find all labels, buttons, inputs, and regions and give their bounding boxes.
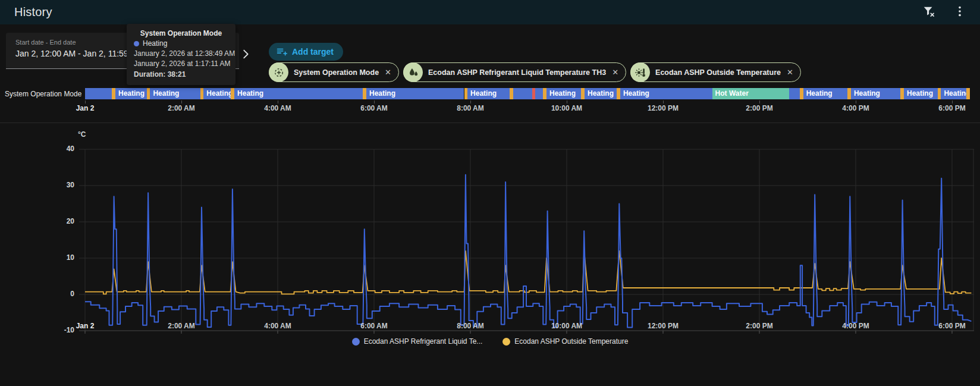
tick-label: 6:00 PM [938,104,965,112]
x-tick-label: 2:00 AM [168,322,195,330]
operation-mode-bar[interactable]: HeatingHeatingHeatingHeatingHeatingHeati… [81,88,971,99]
mode-segment[interactable] [85,88,112,99]
mode-segment[interactable]: Heating [150,88,200,99]
y-tick-label: 40 [51,145,74,153]
legend-item[interactable]: Ecodan ASHP Refrigerant Liquid Te... [352,337,483,346]
segment-label: Heating [150,88,200,99]
add-target-button[interactable]: Add target [269,43,343,61]
legend-item[interactable]: Ecodan ASHP Outside Temperature [502,337,628,346]
chart-legend: Ecodan ASHP Refrigerant Liquid Te...Ecod… [0,337,980,346]
mode-segment[interactable]: Heating [941,88,966,99]
segment-label: Heating [620,88,712,99]
chip-close-icon[interactable]: ✕ [385,68,391,76]
tick-mark [374,101,375,103]
y-tick-label: 10 [51,253,74,262]
segment-label: Heating [467,88,510,99]
mode-segment[interactable] [513,88,532,99]
tick-label: 12:00 PM [648,104,679,112]
y-tick-label: 30 [51,181,74,189]
chip-label: Ecodan ASHP Outside Temperature [655,68,781,77]
series-line-refrigerant [85,175,971,328]
segment-label: Heating [851,88,900,99]
timeline-ticks: Jan 22:00 AM4:00 AM6:00 AM8:00 AM10:00 A… [81,104,973,114]
segment-label: Heating [115,88,147,99]
x-tick-label: 4:00 AM [264,322,291,330]
legend-label: Ecodan ASHP Outside Temperature [514,337,628,346]
x-tick-label: 4:00 PM [842,322,869,330]
tooltip-duration: Duration: 38:21 [134,69,228,80]
chip-close-icon[interactable]: ✕ [612,68,618,76]
mode-segment[interactable]: Heating [851,88,900,99]
mode-tooltip: System Operation Mode Heating January 2,… [127,24,235,85]
tooltip-state: Heating [143,39,167,48]
section-divider [0,123,980,123]
tick-mark [952,101,953,103]
tooltip-state-row: Heating [134,39,228,48]
y-tick-label: 0 [51,290,74,298]
overflow-menu-button[interactable] [948,1,972,24]
segment-label: Heating [546,88,581,99]
y-tick-label: 20 [51,217,74,225]
mode-segment[interactable]: Heating [585,88,617,99]
mode-segment[interactable] [966,88,970,99]
app-header: History [0,0,980,24]
mode-segment[interactable]: Heating [803,88,848,99]
add-target-label: Add target [292,47,334,57]
x-tick-label: 6:00 AM [360,322,388,330]
tooltip-end-time: January 2, 2026 at 1:17:11 AM [134,59,228,69]
target-chip[interactable]: Ecodan ASHP Outside Temperature✕ [630,62,801,82]
target-focus-icon [269,62,288,82]
mode-segment[interactable]: Heating [115,88,147,99]
chip-label: Ecodan ASHP Refrigerant Liquid Temperatu… [428,68,606,77]
chip-close-icon[interactable]: ✕ [787,68,793,76]
mode-segment[interactable] [535,88,543,99]
x-tick-label: 10:00 AM [551,322,582,330]
mode-segment[interactable]: Heating [203,88,231,99]
x-tick-label: 12:00 PM [648,322,679,330]
tick-label: 4:00 PM [842,104,869,112]
water-drops-icon [403,62,423,82]
tick-mark [567,101,567,103]
mode-segment[interactable]: Heating [546,88,581,99]
mode-segment[interactable]: Heating [366,88,464,99]
tick-mark [759,101,760,103]
target-chip[interactable]: System Operation Mode✕ [269,62,399,82]
tick-label: 2:00 PM [746,104,772,112]
tick-label: 4:00 AM [264,104,291,112]
segment-label: Heating [941,88,966,99]
tick-label: 10:00 AM [551,104,582,112]
tooltip-title: System Operation Mode [134,29,228,37]
tick-label: Jan 2 [76,104,95,112]
tick-mark [278,101,278,103]
segment-label: Heating [585,88,617,99]
remove-filters-button[interactable] [917,1,941,24]
mode-segment[interactable]: Heating [904,88,938,99]
mode-segment[interactable]: Hot Water [712,88,790,99]
target-chip[interactable]: Ecodan ASHP Refrigerant Liquid Temperatu… [403,62,626,82]
segment-label: Heating [904,88,938,99]
page-title: History [14,5,52,19]
tick-label: 8:00 AM [457,104,484,112]
tick-label: 2:00 AM [168,104,195,112]
kebab-menu-icon [953,5,966,20]
tooltip-start-time: January 2, 2026 at 12:38:49 AM [134,49,228,59]
temperature-chart[interactable] [0,128,980,337]
legend-label: Ecodan ASHP Refrigerant Liquid Te... [364,337,483,346]
tick-label: 6:00 AM [360,104,388,112]
x-tick-label: 6:00 PM [938,322,965,330]
mode-segment[interactable]: Heating [620,88,712,99]
tooltip-state-dot [134,41,139,46]
segment-label: Hot Water [712,88,790,99]
filter-remove-icon [922,5,935,20]
mode-segment[interactable]: Heating [234,88,363,99]
chart-x-labels: Jan 22:00 AM4:00 AM6:00 AM8:00 AM10:00 A… [0,322,980,331]
target-chips: System Operation Mode✕Ecodan ASHP Refrig… [269,62,801,82]
series-line-outside [85,251,971,294]
mode-segment[interactable]: Heating [467,88,510,99]
mode-segment[interactable] [789,88,800,99]
legend-dot [502,338,510,346]
segment-label: Heating [366,88,464,99]
tick-mark [181,101,182,103]
next-range-button[interactable] [238,47,253,62]
x-tick-label: 2:00 PM [746,322,772,330]
